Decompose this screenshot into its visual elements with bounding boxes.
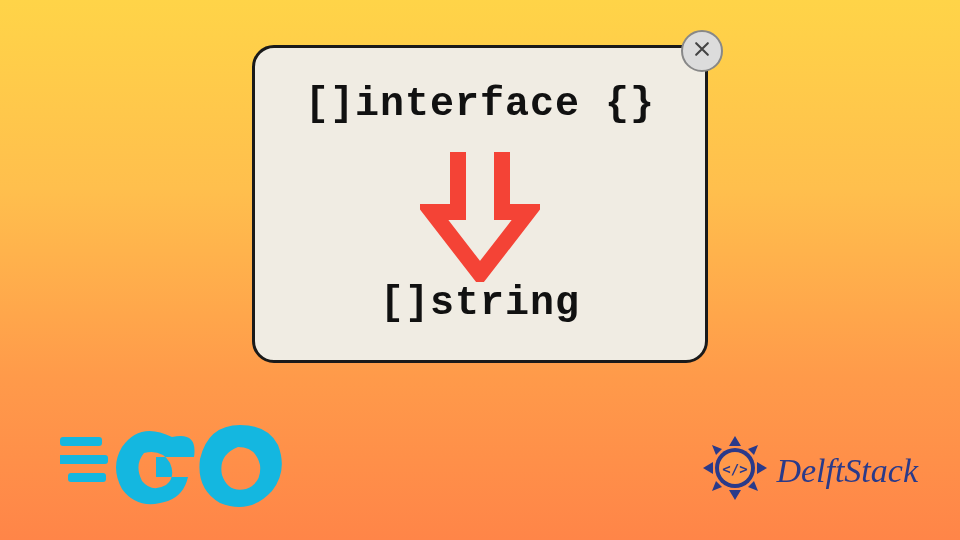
svg-rect-1: [60, 455, 108, 464]
target-type-text: []string: [255, 281, 705, 326]
delftstack-text: DelftStack: [776, 452, 918, 490]
svg-text:</>: </>: [723, 461, 748, 477]
svg-rect-0: [60, 437, 102, 446]
conversion-card: []interface {} []string: [252, 45, 708, 363]
close-icon: [692, 39, 712, 64]
source-type-text: []interface {}: [255, 82, 705, 127]
close-button[interactable]: [681, 30, 723, 72]
arrow-down-icon: [420, 152, 540, 287]
delftstack-emblem-icon: </>: [700, 433, 770, 508]
svg-rect-2: [68, 473, 106, 482]
go-logo: [60, 407, 290, 522]
delftstack-logo: </> DelftStack: [700, 433, 918, 508]
